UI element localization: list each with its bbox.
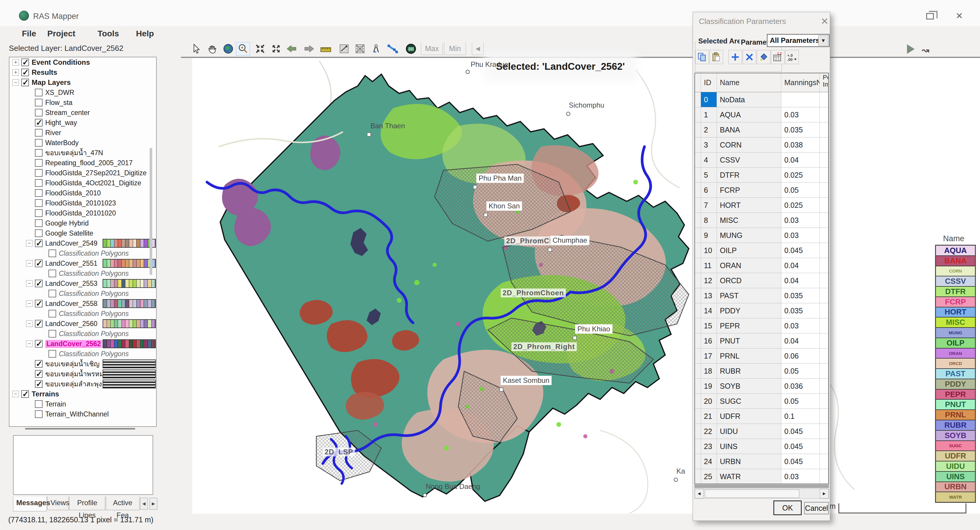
cell-manningsn[interactable]: 0.035 xyxy=(781,123,820,137)
cell-per-imp[interactable] xyxy=(820,92,828,107)
tree-item-classification-polygons[interactable]: Classification Polygons xyxy=(10,329,156,339)
menu-tools[interactable]: Tools xyxy=(95,28,122,40)
cell-id[interactable]: 20 xyxy=(701,394,717,409)
table-row[interactable]: 9MUNG0.03 xyxy=(695,228,828,243)
cell-id[interactable]: 16 xyxy=(701,333,717,348)
tree-item-river[interactable]: River xyxy=(10,128,156,138)
tree-checkbox[interactable] xyxy=(48,290,56,298)
table-row[interactable]: 20SUGC0.05 xyxy=(695,394,828,409)
tree-item-event-conditions[interactable]: +Event Conditions xyxy=(10,57,156,67)
tree-item-xs-dwr[interactable]: XS_DWR xyxy=(10,88,156,97)
cell-name[interactable]: ORAN xyxy=(717,258,781,273)
cell-per-imp[interactable] xyxy=(820,379,828,393)
cell-per-imp[interactable] xyxy=(820,409,828,423)
tree-checkbox[interactable] xyxy=(35,239,43,247)
tree-checkbox[interactable] xyxy=(21,68,29,76)
cell-manningsn[interactable]: 0.025 xyxy=(781,168,820,182)
cell-manningsn[interactable]: 0.05 xyxy=(781,394,820,409)
cell-id[interactable]: 23 xyxy=(701,439,717,454)
cell-name[interactable]: PNUT xyxy=(717,333,781,348)
table-row[interactable]: 4CSSV0.04 xyxy=(695,153,828,168)
tree-item-google-hybrid[interactable]: Google Hybrid xyxy=(10,218,156,228)
cell-manningsn[interactable]: 0.045 xyxy=(781,454,820,469)
cell-per-imp[interactable] xyxy=(820,303,828,318)
add-row-icon[interactable] xyxy=(729,50,742,64)
tree-item-classification-polygons[interactable]: Classification Polygons xyxy=(10,349,156,359)
cell-per-imp[interactable] xyxy=(820,273,828,288)
row-selector-cell[interactable] xyxy=(695,424,701,439)
row-selector-cell[interactable] xyxy=(695,183,701,197)
tree-checkbox[interactable] xyxy=(35,259,43,267)
tree-expander-icon[interactable]: − xyxy=(26,341,32,347)
row-selector-cell[interactable] xyxy=(695,288,701,303)
menu-file[interactable]: File xyxy=(19,28,39,40)
tree-checkbox[interactable] xyxy=(35,119,43,127)
measure-icon[interactable] xyxy=(319,42,333,56)
cell-id[interactable]: 3 xyxy=(701,137,717,152)
row-selector-cell[interactable] xyxy=(695,137,701,152)
tree-checkbox[interactable] xyxy=(21,79,29,86)
col-header-name[interactable]: Name xyxy=(717,73,781,92)
tree-expander-icon[interactable]: − xyxy=(26,320,32,327)
min-button[interactable]: Min xyxy=(444,43,466,55)
cell-manningsn[interactable]: 0.03 xyxy=(781,213,820,228)
restore-window-icon[interactable] xyxy=(926,13,934,19)
col-header-manningsn[interactable]: ManningsN xyxy=(781,73,820,92)
tree-checkbox[interactable] xyxy=(35,400,43,408)
cell-name[interactable]: DTFR xyxy=(717,168,781,182)
table-row[interactable]: 1AQUA0.03 xyxy=(695,107,828,123)
close-window-icon[interactable]: ✕ xyxy=(950,11,968,21)
row-selector-cell[interactable] xyxy=(695,243,701,258)
tree-item-classification-polygons[interactable]: Classification Polygons xyxy=(10,248,156,258)
cell-per-imp[interactable] xyxy=(820,439,828,454)
tree-checkbox[interactable] xyxy=(35,370,43,378)
tree-checkbox[interactable] xyxy=(21,390,29,398)
cell-per-imp[interactable] xyxy=(820,424,828,439)
tree-checkbox[interactable] xyxy=(35,199,43,207)
cell-per-imp[interactable] xyxy=(820,213,828,228)
cell-per-imp[interactable] xyxy=(820,454,828,469)
cell-name[interactable]: MISC xyxy=(717,213,781,228)
cell-id[interactable]: 10 xyxy=(701,243,717,258)
delete-row-icon[interactable] xyxy=(743,50,756,64)
cell-name[interactable]: NoData xyxy=(717,92,781,107)
table-row[interactable]: 23UINS0.045 xyxy=(695,439,828,454)
max-button[interactable]: Max xyxy=(421,43,443,55)
tree-expander-icon[interactable]: − xyxy=(26,260,32,267)
cell-manningsn[interactable]: 0.03 xyxy=(781,228,820,243)
cell-manningsn[interactable]: 0.045 xyxy=(781,439,820,454)
tab-views[interactable]: Views xyxy=(47,497,68,510)
tree-item-landcover-2562[interactable]: −LandCover_2562 xyxy=(10,339,156,349)
dialog-close-icon[interactable]: ✕ xyxy=(821,16,829,27)
tree-expander-icon[interactable]: − xyxy=(13,79,19,86)
cell-name[interactable]: SOYB xyxy=(717,379,781,393)
tree-checkbox[interactable] xyxy=(35,300,43,307)
tree-checkbox[interactable] xyxy=(48,250,56,257)
tree-item-terrain-withchannel[interactable]: Terrain_WithChannel xyxy=(10,409,156,419)
menu-help[interactable]: Help xyxy=(133,28,157,40)
cell-name[interactable]: WATR xyxy=(717,469,781,484)
cell-manningsn[interactable]: 0.04 xyxy=(781,333,820,348)
table-row[interactable]: 19SOYB0.036 xyxy=(695,379,828,394)
cell-manningsn[interactable]: 0.045 xyxy=(781,424,820,439)
classification-table[interactable]: IDNameManningsNPer Imp0NoData1AQUA0.032B… xyxy=(694,73,829,484)
tab-profile-lines[interactable]: Profile Lines xyxy=(69,497,105,510)
panel-splitter[interactable] xyxy=(25,428,135,430)
tree-item-landcover-2551[interactable]: −LandCover_2551 xyxy=(10,258,156,268)
hscroll-thumb[interactable] xyxy=(705,490,799,498)
tree-expander-icon[interactable]: + xyxy=(13,69,19,76)
tree-checkbox[interactable] xyxy=(35,169,43,177)
cell-id[interactable]: 7 xyxy=(701,198,717,213)
cell-per-imp[interactable] xyxy=(820,469,828,484)
tree-item-terrain[interactable]: Terrain xyxy=(10,399,156,409)
cell-name[interactable]: CORN xyxy=(717,137,781,152)
cell-per-imp[interactable] xyxy=(820,243,828,258)
cell-id[interactable]: 19 xyxy=(701,379,717,393)
tree-item-map-layers[interactable]: −Map Layers xyxy=(10,78,156,88)
cell-name[interactable]: PEPR xyxy=(717,318,781,333)
cell-name[interactable]: HORT xyxy=(717,198,781,213)
profile-squiggle-icon[interactable]: ↝ xyxy=(922,45,929,55)
row-selector-cell[interactable] xyxy=(695,318,701,333)
row-selector-cell[interactable] xyxy=(695,364,701,378)
cell-name[interactable]: BANA xyxy=(717,123,781,137)
